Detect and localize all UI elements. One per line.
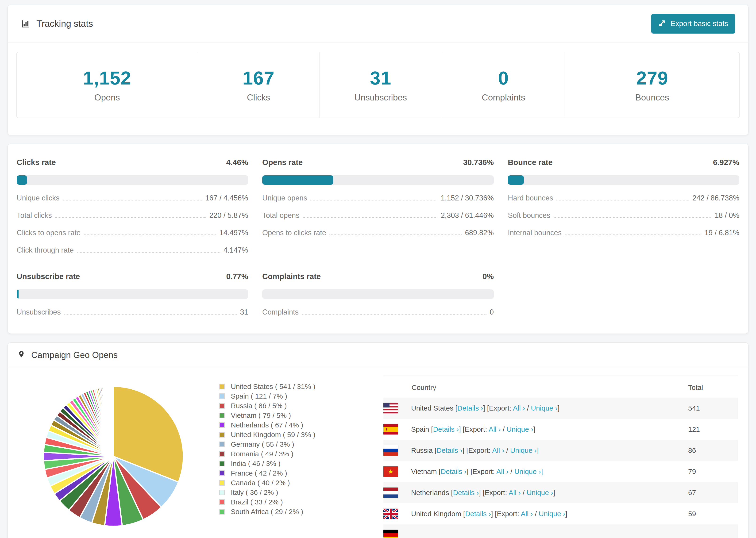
rate-stat-row: Unsubscribes31 xyxy=(17,308,248,316)
legend-label: South Africa ( 29 / 2% ) xyxy=(231,508,303,516)
rate-value: 0.77% xyxy=(226,272,248,281)
legend-item: Spain ( 121 / 7% ) xyxy=(219,391,383,401)
rate-title: Complaints rate xyxy=(262,272,321,281)
rate-head: Clicks rate4.46% xyxy=(17,158,248,167)
rate-stat-value: 689.82% xyxy=(465,229,494,237)
rate-stat-value: 2,303 / 61.446% xyxy=(441,211,494,219)
summary-value: 0 xyxy=(498,67,509,89)
export-unique-link[interactable]: Unique › xyxy=(539,510,566,517)
country-line: Spain [Details ›] [Export: All › / Uniqu… xyxy=(411,425,535,433)
rate-stat-value: 14.497% xyxy=(220,229,248,237)
export-unique-link[interactable]: Unique › xyxy=(510,447,537,454)
details-link[interactable]: Details › xyxy=(433,425,459,433)
summary-label: Complaints xyxy=(482,93,525,103)
summary-cell-opens: 1,152Opens xyxy=(17,52,198,118)
country-line: Vietnam [Details ›] [Export: All › / Uni… xyxy=(411,467,543,476)
rate-stat-label: Complaints xyxy=(262,308,298,316)
rate-rows: Unsubscribes31 xyxy=(17,308,248,316)
vn-flag-icon xyxy=(383,466,398,477)
rate-title: Clicks rate xyxy=(17,158,56,167)
legend-swatch xyxy=(219,413,225,418)
total-cell: 67 xyxy=(688,482,738,503)
rate-title: Opens rate xyxy=(262,158,303,167)
geo-table-row: Vietnam [Details ›] [Export: All › / Uni… xyxy=(383,461,738,482)
legend-swatch xyxy=(219,442,225,447)
rate-stat-row: Opens to clicks rate689.82% xyxy=(262,229,494,237)
legend-swatch xyxy=(219,470,225,476)
es-flag-icon xyxy=(383,424,398,435)
map-pin-icon xyxy=(18,349,25,361)
export-all-link[interactable]: All › xyxy=(509,489,521,497)
rate-stat-label: Hard bounces xyxy=(508,194,553,202)
us-flag-icon xyxy=(383,403,398,413)
dotted-leader xyxy=(64,314,237,314)
rate-value: 0% xyxy=(482,272,494,281)
legend-label: United States ( 541 / 31% ) xyxy=(231,383,315,391)
rate-stat-row: Internal bounces19 / 6.81% xyxy=(508,229,739,237)
rate-stat-value: 242 / 86.738% xyxy=(692,194,739,202)
rate-block-clicks-rate: Clicks rate4.46%Unique clicks167 / 4.456… xyxy=(17,158,248,254)
details-link[interactable]: Details › xyxy=(458,404,483,412)
export-all-link[interactable]: All › xyxy=(489,425,501,433)
de-flag-icon xyxy=(383,530,398,538)
legend-swatch xyxy=(219,403,225,409)
rate-head: Complaints rate0% xyxy=(262,272,494,281)
rate-stat-row: Clicks to opens rate14.497% xyxy=(17,229,248,237)
details-link[interactable]: Details › xyxy=(441,467,466,475)
legend-label: Italy ( 36 / 2% ) xyxy=(231,488,278,497)
export-basic-stats-button[interactable]: Export basic stats xyxy=(651,14,735,33)
rate-head: Unsubscribe rate0.77% xyxy=(17,272,248,281)
tracking-stats-title: Tracking stats xyxy=(21,19,93,29)
rate-progress-fill xyxy=(262,175,333,185)
legend-item: Germany ( 55 / 3% ) xyxy=(219,439,383,449)
legend-item: United Kingdom ( 59 / 3% ) xyxy=(219,430,383,439)
export-unique-link[interactable]: Unique › xyxy=(507,425,533,433)
export-unique-link[interactable]: Unique › xyxy=(514,467,541,475)
rate-progress-track xyxy=(17,175,248,185)
rate-stat-label: Opens to clicks rate xyxy=(262,229,326,237)
rate-head: Bounce rate6.927% xyxy=(508,158,739,167)
rate-progress-track xyxy=(262,290,494,299)
rate-rows: Unique clicks167 / 4.456%Total clicks220… xyxy=(17,194,248,254)
legend-label: United Kingdom ( 59 / 3% ) xyxy=(231,431,315,439)
total-cell: 86 xyxy=(688,440,738,461)
details-link[interactable]: Details › xyxy=(465,510,491,517)
legend-label: Germany ( 55 / 3% ) xyxy=(231,440,294,448)
rates-grid: Clicks rate4.46%Unique clicks167 / 4.456… xyxy=(17,158,739,316)
export-all-link[interactable]: All › xyxy=(513,404,525,412)
total-cell: 121 xyxy=(688,419,738,440)
details-link[interactable]: Details › xyxy=(453,489,479,497)
gb-flag-icon xyxy=(383,509,398,519)
rate-stat-row: Total opens2,303 / 61.446% xyxy=(262,211,494,219)
rate-value: 4.46% xyxy=(226,158,248,167)
export-unique-link[interactable]: Unique › xyxy=(527,489,553,497)
rates-card: Clicks rate4.46%Unique clicks167 / 4.456… xyxy=(8,144,748,334)
export-all-link[interactable]: All › xyxy=(521,510,533,517)
dotted-leader xyxy=(303,217,438,218)
legend-swatch xyxy=(219,499,225,505)
rate-stat-label: Total opens xyxy=(262,211,299,219)
details-link[interactable]: Details › xyxy=(436,447,462,454)
rate-progress-track xyxy=(262,175,494,185)
geo-table-row-partial xyxy=(383,524,738,538)
rate-stat-row: Complaints0 xyxy=(262,308,494,316)
rate-progress-fill xyxy=(17,290,19,299)
legend-swatch xyxy=(219,509,225,514)
export-all-link[interactable]: All › xyxy=(492,447,504,454)
rate-progress-fill xyxy=(508,175,524,185)
summary-value: 167 xyxy=(243,67,274,89)
export-all-link[interactable]: All › xyxy=(496,467,509,475)
country-line: Netherlands [Details ›] [Export: All › /… xyxy=(411,489,555,497)
legend-item: Netherlands ( 67 / 4% ) xyxy=(219,420,383,430)
country-line: United States [Details ›] [Export: All ›… xyxy=(411,404,560,412)
pie-slice xyxy=(113,386,113,456)
rate-stat-row: Click through rate4.147% xyxy=(17,246,248,254)
legend-item: Vietnam ( 79 / 5% ) xyxy=(219,410,383,420)
geo-opens-title: Campaign Geo Opens xyxy=(31,350,118,360)
rate-block-unsubscribe-rate: Unsubscribe rate0.77%Unsubscribes31 xyxy=(17,272,248,316)
legend-swatch xyxy=(219,480,225,486)
legend-swatch xyxy=(219,384,225,389)
export-unique-link[interactable]: Unique › xyxy=(531,404,557,412)
dotted-leader xyxy=(329,235,461,235)
legend-item: Canada ( 40 / 2% ) xyxy=(219,478,383,488)
